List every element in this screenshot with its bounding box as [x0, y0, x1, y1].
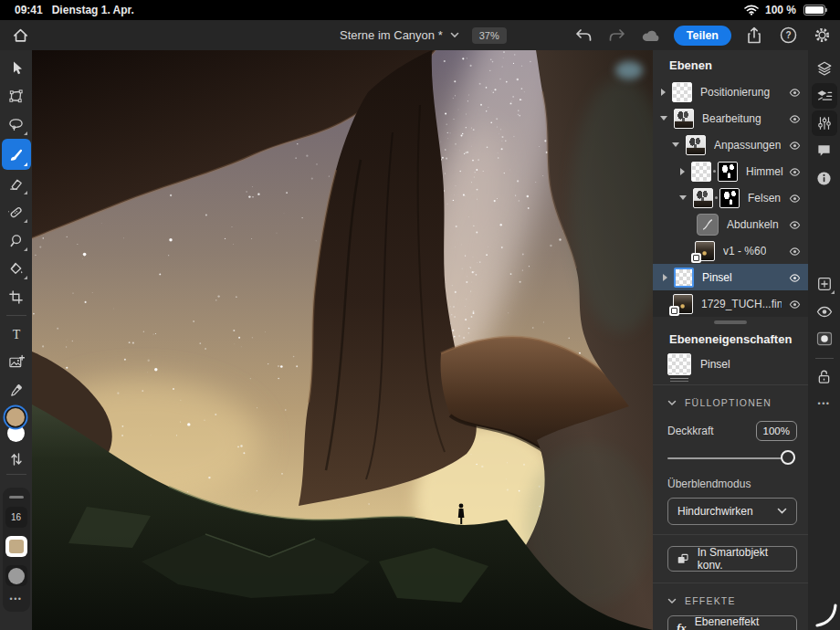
export-icon[interactable] [743, 25, 765, 47]
smart-object-thumbnail[interactable] [673, 294, 693, 314]
home-button[interactable] [9, 25, 31, 47]
layer-mask-thumbnail[interactable] [719, 188, 740, 208]
document-title[interactable]: Sterne im Canyon * [340, 28, 443, 42]
layer-row-v1[interactable]: v1 - %60 [653, 237, 808, 264]
layer-thumbnail[interactable] [672, 82, 692, 102]
document-canvas[interactable] [32, 50, 653, 630]
redo-button[interactable] [606, 25, 628, 47]
collapse-icon[interactable] [679, 195, 687, 200]
layer-mask-thumbnail[interactable] [718, 162, 738, 182]
taskbar-divider [815, 358, 834, 359]
layer-mask-button[interactable] [812, 326, 837, 352]
layer-thumbnail[interactable] [674, 109, 694, 129]
swap-colors-button[interactable] [2, 448, 31, 470]
more-tool-options-button[interactable]: ••• [10, 594, 23, 604]
layer-thumbnail[interactable] [686, 135, 706, 155]
opacity-slider-track[interactable] [667, 457, 795, 459]
visibility-eye-icon[interactable] [789, 245, 801, 261]
brush-size-field[interactable]: 16 [5, 507, 27, 528]
blend-mode-select[interactable]: Hindurchwirken [667, 498, 797, 525]
layer-row-abdunkeln[interactable]: Abdunkeln [653, 211, 808, 237]
chevron-down-icon [777, 508, 787, 515]
curves-adjustment-thumbnail[interactable] [697, 214, 719, 236]
layers-panel-title: Ebenen [653, 50, 808, 79]
eyedropper-tool[interactable] [2, 376, 31, 404]
layer-row-background-image[interactable]: 1729_TUCH...final-NR33 [653, 290, 808, 317]
layer-row-anpassungen[interactable]: Anpassungen [653, 131, 808, 158]
brush-tool[interactable] [2, 139, 31, 170]
visibility-eye-icon[interactable] [789, 86, 801, 102]
unlock-layer-button[interactable] [812, 363, 837, 389]
layer-row-felsen[interactable]: Felsen [653, 184, 808, 211]
add-layer-effect-button[interactable]: fx Ebeneneffekt hinzuf. [667, 615, 797, 630]
smart-object-thumbnail[interactable] [695, 241, 715, 261]
brush-opacity-control[interactable] [5, 565, 27, 586]
move-tool[interactable] [2, 54, 31, 82]
battery-icon [803, 5, 825, 16]
expand-icon[interactable] [661, 89, 666, 96]
adjustments-sliders-button[interactable] [812, 110, 837, 136]
visibility-eye-icon[interactable] [789, 139, 801, 155]
expand-icon[interactable] [680, 168, 685, 175]
effects-header[interactable]: EFFEKTE [653, 583, 808, 610]
layer-visibility-button[interactable] [812, 299, 837, 324]
pencil-corner-gesture-indicator [815, 604, 837, 627]
cloud-sync-icon[interactable] [640, 25, 662, 47]
settings-gear-icon[interactable] [811, 25, 833, 47]
panel-resize-handle[interactable] [653, 317, 808, 327]
layer-row-bearbeitung[interactable]: Bearbeitung [653, 105, 808, 131]
zoom-level-badge[interactable]: 37% [472, 27, 507, 44]
blend-mode-label: Überblendmodus [653, 468, 808, 498]
toolbar-divider [6, 315, 26, 316]
visibility-eye-icon[interactable] [789, 218, 801, 235]
layers-panel: Ebenen Positionierung Bearbeitung Anpass… [653, 50, 808, 630]
transform-tool[interactable] [2, 82, 31, 110]
ellipsis: ••• [818, 399, 831, 408]
title-chevron-down-icon[interactable] [450, 32, 459, 38]
visibility-eye-icon[interactable] [789, 112, 801, 129]
clone-stamp-tool[interactable] [2, 226, 31, 255]
layer-thumbnail[interactable] [691, 162, 711, 182]
canyon-night-photo [32, 50, 653, 630]
layer-row-pinsel-selected[interactable]: Pinsel [653, 264, 808, 290]
help-button[interactable]: ? [777, 25, 799, 47]
more-layer-options-button[interactable]: ••• [812, 391, 837, 416]
crop-tool[interactable] [2, 283, 31, 311]
expand-icon[interactable] [663, 274, 667, 281]
clock: 09:41 [15, 4, 43, 16]
visibility-eye-icon[interactable] [789, 165, 801, 182]
place-image-tool[interactable] [2, 348, 31, 376]
options-drag-handle[interactable] [9, 496, 24, 499]
collapse-icon[interactable] [660, 116, 667, 121]
visibility-eye-icon[interactable] [789, 192, 801, 208]
layer-row-himmel[interactable]: Himmel [653, 158, 808, 184]
share-button[interactable]: Teilen [674, 26, 731, 46]
layer-row-positionierung[interactable]: Positionierung [653, 79, 808, 105]
opacity-slider[interactable] [667, 450, 795, 467]
mask-link-dot [715, 196, 718, 199]
brush-color-swatch[interactable] [5, 536, 27, 557]
convert-smart-object-button[interactable]: In Smartobjekt konv. [667, 546, 797, 572]
opacity-value-field[interactable]: 100% [756, 421, 797, 441]
undo-button[interactable] [572, 25, 594, 47]
opacity-slider-handle[interactable] [781, 450, 795, 465]
layer-thumbnail[interactable] [693, 188, 713, 208]
comments-button[interactable] [812, 138, 837, 163]
add-layer-button[interactable] [812, 271, 837, 297]
layer-properties-button[interactable] [812, 83, 837, 109]
fill-bucket-tool[interactable] [2, 255, 31, 283]
eraser-tool[interactable] [2, 170, 31, 198]
healing-brush-tool[interactable] [2, 198, 31, 226]
info-button[interactable] [812, 165, 837, 191]
collapse-icon[interactable] [672, 142, 679, 147]
visibility-eye-icon[interactable] [789, 271, 801, 288]
layer-label: v1 - %60 [723, 245, 766, 257]
background-color-well[interactable] [7, 425, 25, 442]
layer-thumbnail[interactable] [674, 268, 694, 288]
lasso-select-tool[interactable] [2, 110, 31, 139]
fill-options-header[interactable]: FÜLLOPTIONEN [653, 385, 808, 412]
foreground-color-well[interactable] [6, 408, 25, 426]
layers-view-button[interactable] [812, 56, 837, 81]
type-tool[interactable]: T [2, 320, 31, 348]
visibility-eye-icon[interactable] [789, 298, 801, 314]
